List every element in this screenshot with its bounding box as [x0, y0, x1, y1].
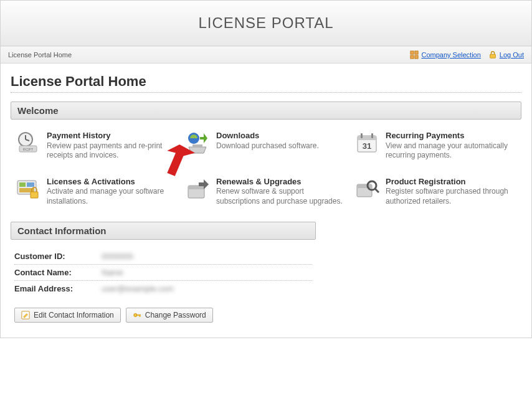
card-desc: Renew software & support subscriptions a… — [216, 187, 347, 206]
download-icon — [185, 131, 210, 156]
edit-contact-label: Edit Contact Information — [34, 311, 114, 319]
contact-section: Contact Information Customer ID: 0000000… — [11, 222, 316, 323]
welcome-cards: RCPT Payment History Review past payment… — [11, 120, 521, 222]
svg-rect-12 — [192, 144, 202, 147]
svg-text:RCPT: RCPT — [23, 148, 34, 151]
svg-rect-28 — [357, 184, 372, 188]
change-password-button[interactable]: Change Password — [126, 308, 213, 323]
log-out-label[interactable]: Log Out — [500, 51, 524, 59]
app-title: LICENSE PORTAL — [198, 14, 333, 32]
card-payment-history[interactable]: RCPT Payment History Review past payment… — [16, 131, 178, 161]
svg-rect-0 — [411, 51, 414, 54]
edit-contact-button[interactable]: Edit Contact Information — [14, 308, 121, 323]
card-title: Product Registration — [386, 177, 516, 187]
svg-rect-21 — [27, 182, 34, 187]
card-desc: Register software purchased through auth… — [386, 187, 516, 206]
log-out-link[interactable]: Log Out — [488, 50, 524, 59]
app-window: LICENSE PORTAL License Portal Home Compa… — [0, 0, 532, 338]
value-contact-name: Name — [102, 268, 123, 277]
card-title: Licenses & Activations — [47, 177, 178, 187]
key-icon — [133, 311, 141, 319]
svg-rect-23 — [31, 192, 38, 198]
svg-rect-20 — [19, 182, 26, 187]
row-contact-name: Contact Name: Name — [14, 265, 312, 281]
svg-rect-3 — [415, 55, 418, 59]
card-recurring-payments[interactable]: 31 Recurring Payments View and manage yo… — [354, 131, 516, 161]
card-licenses-activations[interactable]: Licenses & Activations Activate and mana… — [16, 177, 178, 207]
card-title: Recurring Payments — [386, 131, 516, 141]
svg-rect-1 — [415, 51, 418, 54]
header: LICENSE PORTAL — [1, 1, 531, 46]
svg-rect-4 — [490, 54, 495, 58]
svg-marker-13 — [200, 133, 207, 143]
card-product-registration[interactable]: Product Registration Register software p… — [354, 177, 516, 207]
label-contact-name: Contact Name: — [14, 268, 102, 277]
card-desc: Activate and manage your software instal… — [47, 187, 178, 206]
breadcrumb[interactable]: License Portal Home — [8, 51, 72, 59]
svg-rect-2 — [411, 55, 414, 59]
company-selection-link[interactable]: Company Selection — [410, 50, 480, 59]
content-area: License Portal Home Welcome RCPT Payment… — [1, 64, 531, 338]
calendar-icon: 31 — [354, 131, 379, 156]
lock-icon — [488, 50, 497, 59]
clock-receipt-icon: RCPT — [16, 131, 40, 156]
card-desc: Review past payments and re-print receip… — [47, 141, 178, 161]
card-desc: View and manage your automatically recur… — [386, 141, 516, 161]
svg-text:31: 31 — [363, 141, 371, 151]
row-email: Email Address: user@example.com — [14, 281, 312, 296]
contact-heading: Contact Information — [11, 222, 316, 240]
box-arrow-icon — [185, 177, 210, 202]
value-email: user@example.com — [102, 284, 174, 293]
change-password-label: Change Password — [145, 311, 206, 319]
license-icon — [16, 177, 40, 202]
svg-rect-16 — [361, 133, 363, 138]
card-downloads[interactable]: Downloads Download purchased software. — [185, 131, 347, 161]
label-customer-id: Customer ID: — [14, 252, 102, 261]
edit-icon — [21, 311, 30, 319]
value-customer-id: 0000000 — [102, 252, 133, 261]
svg-rect-15 — [358, 136, 376, 140]
grid-icon — [410, 50, 419, 59]
card-title: Renewals & Upgrades — [216, 177, 347, 187]
divider — [11, 92, 521, 93]
svg-line-30 — [375, 189, 379, 192]
card-title: Payment History — [47, 131, 178, 141]
welcome-heading: Welcome — [11, 102, 521, 120]
box-magnifier-icon — [354, 177, 379, 202]
top-bar: License Portal Home Company Selection Lo… — [1, 46, 531, 64]
row-customer-id: Customer ID: 0000000 — [14, 248, 312, 265]
card-desc: Download purchased software. — [216, 141, 319, 151]
company-selection-label[interactable]: Company Selection — [421, 51, 480, 59]
label-email: Email Address: — [14, 284, 102, 293]
card-title: Downloads — [216, 131, 319, 141]
svg-rect-17 — [371, 133, 373, 138]
page-title: License Portal Home — [11, 73, 521, 90]
card-renewals-upgrades[interactable]: Renewals & Upgrades Renew software & sup… — [185, 177, 347, 207]
svg-rect-34 — [139, 314, 140, 317]
